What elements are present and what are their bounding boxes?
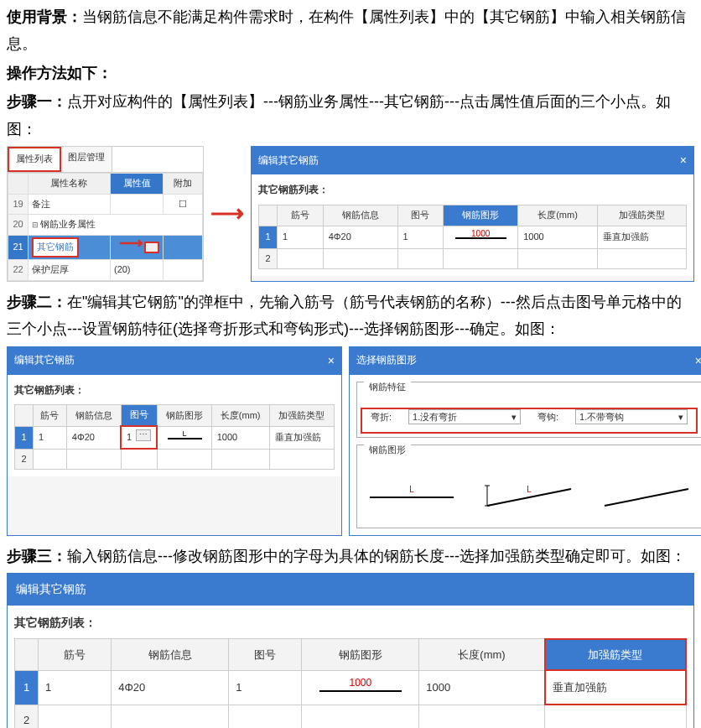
tree-collapse-icon[interactable]: ⊟ xyxy=(32,221,40,229)
shape-option-1[interactable]: L xyxy=(366,481,458,514)
svg-line-7 xyxy=(605,489,688,506)
col-type: 加强筋类型 xyxy=(597,205,686,226)
screenshot-3: 编辑其它钢筋 其它钢筋列表： 筋号 钢筋信息 图号 钢筋图形 长度(mm) 加强… xyxy=(7,573,694,728)
table-row: 2 xyxy=(15,449,335,470)
select-shape-title: 选择钢筋图形 xyxy=(356,351,417,370)
table-row: 2 xyxy=(15,705,687,728)
intro-paragraph: 使用背景：当钢筋信息不能满足构件需求时，在构件【属性列表】中的【其它钢筋】中输入… xyxy=(7,3,694,58)
dialog-title: 编辑其它钢筋 xyxy=(16,579,86,600)
tab-layer-manage[interactable]: 图层管理 xyxy=(61,147,112,172)
step2-label: 步骤二： xyxy=(7,294,67,310)
col-tuhao: 图号 xyxy=(397,205,444,226)
table-row: 20 ⊟钢筋业务属性 xyxy=(8,215,203,236)
ellipsis-button[interactable]: ⋯ xyxy=(136,429,151,441)
table-row: 22 保护层厚 (20) xyxy=(8,259,203,280)
ellipsis-button[interactable]: ⋯ xyxy=(144,242,159,253)
col-shape: 钢筋图形 xyxy=(444,205,518,226)
table-row: 2 xyxy=(259,248,687,269)
shape-group-label: 钢筋图形 xyxy=(364,440,411,460)
rebar-shape-line xyxy=(455,237,506,239)
shape-option-2[interactable]: L xyxy=(483,481,575,514)
other-rebar-table: 筋号 钢筋信息 图号 钢筋图形 长度(mm) 加强筋类型 1 1 4Φ20 1 … xyxy=(258,205,687,270)
intro-label: 使用背景： xyxy=(7,8,82,25)
dialog-title: 编辑其它钢筋 xyxy=(14,351,75,370)
other-rebar-table-2: 筋号 钢筋信息 图号 钢筋图形 长度(mm) 加强筋类型 1 1 4Φ20 1 … xyxy=(14,404,335,470)
intro-text: 当钢筋信息不能满足构件需求时，在构件【属性列表】中的【其它钢筋】中输入相关钢筋信… xyxy=(7,8,686,52)
step3-text: 输入钢筋信息---修改钢筋图形中的字母为具体的钢筋长度---选择加强筋类型确定即… xyxy=(67,548,686,564)
svg-text:L: L xyxy=(409,485,414,494)
property-tabs: 属性列表 图层管理 xyxy=(8,147,203,173)
feature-group-label: 钢筋特征 xyxy=(364,377,411,398)
close-icon[interactable]: × xyxy=(328,351,335,372)
hook-label: 弯钩: xyxy=(537,409,558,426)
dialog-title: 编辑其它钢筋 xyxy=(258,152,319,170)
step1-paragraph: 步骤一：点开对应构件的【属性列表】---钢筋业务属性---其它钢筋---点击属性… xyxy=(7,88,694,143)
hook-select[interactable]: 1.不带弯钩 ▾ xyxy=(575,409,688,424)
step3-label: 步骤三： xyxy=(7,548,67,564)
chevron-down-icon: ▾ xyxy=(678,409,683,426)
table-row: 19 备注 ☐ xyxy=(8,194,203,215)
svg-text:L: L xyxy=(527,485,532,494)
close-icon[interactable]: × xyxy=(695,351,701,372)
screenshot-1: 属性列表 图层管理 属性名称 属性值 附加 19 备注 ☐ 20 ⊟钢筋业务属性… xyxy=(7,146,694,282)
select-shape-dialog: 选择钢筋图形 × 钢筋特征 弯折: 1.没有弯折 ▾ 弯钩: 1.不带弯钩 ▾ xyxy=(349,346,701,537)
col-prop-value: 属性值 xyxy=(110,173,163,194)
other-rebar-table-3: 筋号 钢筋信息 图号 钢筋图形 长度(mm) 加强筋类型 1 1 4Φ20 1 … xyxy=(14,638,687,728)
close-icon[interactable]: × xyxy=(680,150,687,171)
edit-other-rebar-dialog-2: 编辑其它钢筋 × 其它钢筋列表： 筋号 钢筋信息 图号 钢筋图形 长度(mm) … xyxy=(7,346,342,537)
step3-paragraph: 步骤三：输入钢筋信息---修改钢筋图形中的字母为具体的钢筋长度---选择加强筋类… xyxy=(7,543,694,569)
other-rebar-cell: 其它钢筋 xyxy=(32,237,79,257)
red-arrow-icon: ⟶ xyxy=(119,234,143,251)
col-jinhao: 筋号 xyxy=(278,205,324,226)
dialog-subtitle: 其它钢筋列表： xyxy=(258,181,687,200)
screenshot-2: 编辑其它钢筋 × 其它钢筋列表： 筋号 钢筋信息 图号 钢筋图形 长度(mm) … xyxy=(7,346,694,537)
table-row-selected: 21 其它钢筋 ⟶ ⋯ xyxy=(8,236,203,260)
col-ganjin: 钢筋信息 xyxy=(323,205,397,226)
tab-property-list[interactable]: 属性列表 xyxy=(8,147,61,172)
shape-cell[interactable]: 1000 xyxy=(444,226,518,248)
step2-paragraph: 步骤二：在"编辑其它钢筋"的弹框中，先输入筋号（筋号代表钢筋的名称）---然后点… xyxy=(7,289,694,343)
step1-text: 点开对应构件的【属性列表】---钢筋业务属性---其它钢筋---点击属性值后面的… xyxy=(7,93,671,137)
table-row: 1 1 4Φ20 1 1000 1000 垂直加强筋 xyxy=(259,226,687,248)
bend-select[interactable]: 1.没有弯折 ▾ xyxy=(408,409,521,424)
step1-label: 步骤一： xyxy=(7,93,67,110)
col-prop-add: 附加 xyxy=(164,173,203,194)
table-row: 1 1 4Φ20 1 ⋯ L 1000 垂直加强筋 xyxy=(15,426,335,449)
dialog-header: 编辑其它钢筋 × xyxy=(252,147,693,174)
col-prop-name: 属性名称 xyxy=(29,173,111,194)
shape-option-3[interactable] xyxy=(600,481,693,514)
table-row: 1 1 4Φ20 1 1000 1000 垂直加强筋 xyxy=(15,670,687,705)
feature-row-highlight: 弯折: 1.没有弯折 ▾ 弯钩: 1.不带弯钩 ▾ xyxy=(361,408,698,434)
edit-other-rebar-dialog: 编辑其它钢筋 × 其它钢筋列表： 筋号 钢筋信息 图号 钢筋图形 长度(mm) … xyxy=(251,146,694,282)
col-length: 长度(mm) xyxy=(518,205,598,226)
property-list-panel: 属性列表 图层管理 属性名称 属性值 附加 19 备注 ☐ 20 ⊟钢筋业务属性… xyxy=(7,146,204,282)
chevron-down-icon: ▾ xyxy=(511,409,517,426)
property-table: 属性名称 属性值 附加 19 备注 ☐ 20 ⊟钢筋业务属性 21 其它钢筋 ⟶… xyxy=(8,173,203,281)
step2-text: 在"编辑其它钢筋"的弹框中，先输入筋号（筋号代表钢筋的名称）---然后点击图号单… xyxy=(7,294,682,337)
method-heading: 操作方法如下： xyxy=(7,60,694,86)
bend-label: 弯折: xyxy=(371,409,392,426)
edit-other-rebar-dialog-3: 编辑其它钢筋 其它钢筋列表： 筋号 钢筋信息 图号 钢筋图形 长度(mm) 加强… xyxy=(7,573,694,728)
red-arrow-icon: ⟶ xyxy=(210,202,244,226)
